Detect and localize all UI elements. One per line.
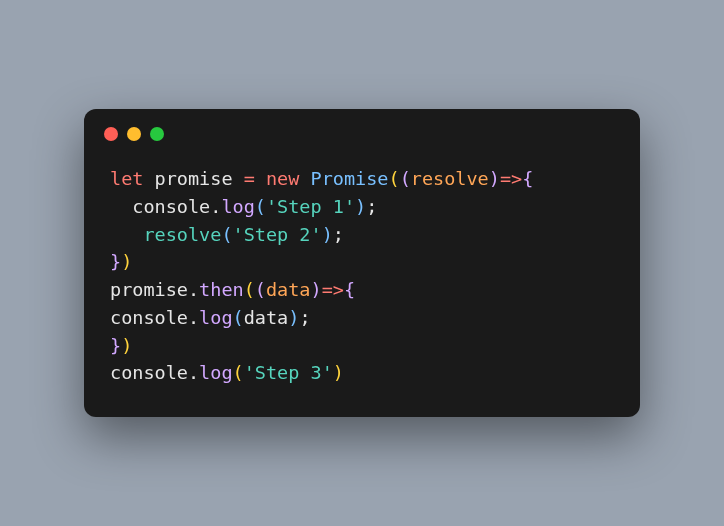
code-block: let promise = new Promise((resolve)=>{ c… xyxy=(84,147,640,417)
paren: ( xyxy=(255,279,266,300)
code-line: console.log('Step 1'); xyxy=(110,196,377,217)
code-line: let promise = new Promise((resolve)=>{ xyxy=(110,168,533,189)
identifier-data: data xyxy=(244,307,289,328)
paren: ( xyxy=(255,196,266,217)
method-then: then xyxy=(199,279,244,300)
keyword-new: new xyxy=(266,168,299,189)
close-icon[interactable] xyxy=(104,127,118,141)
code-line: console.log('Step 3') xyxy=(110,362,344,383)
paren: ) xyxy=(333,362,344,383)
code-window: let promise = new Promise((resolve)=>{ c… xyxy=(84,109,640,417)
method-log: log xyxy=(199,362,232,383)
semicolon: ; xyxy=(333,224,344,245)
string-literal: 'Step 2' xyxy=(233,224,322,245)
method-log: log xyxy=(199,307,232,328)
operator-arrow: => xyxy=(500,168,522,189)
paren: ) xyxy=(355,196,366,217)
operator-arrow: => xyxy=(322,279,344,300)
paren: ) xyxy=(121,251,132,272)
paren: ( xyxy=(221,224,232,245)
semicolon: ; xyxy=(366,196,377,217)
call-resolve: resolve xyxy=(143,224,221,245)
code-line: resolve('Step 2'); xyxy=(110,224,344,245)
paren: ( xyxy=(244,279,255,300)
brace: } xyxy=(110,335,121,356)
param-resolve: resolve xyxy=(411,168,489,189)
code-line: promise.then((data)=>{ xyxy=(110,279,355,300)
string-literal: 'Step 3' xyxy=(244,362,333,383)
operator-assign: = xyxy=(244,168,255,189)
minimize-icon[interactable] xyxy=(127,127,141,141)
paren: ( xyxy=(233,362,244,383)
identifier-console: console xyxy=(110,362,188,383)
paren: ( xyxy=(233,307,244,328)
identifier-promise: promise xyxy=(155,168,233,189)
paren: ) xyxy=(489,168,500,189)
method-log: log xyxy=(221,196,254,217)
zoom-icon[interactable] xyxy=(150,127,164,141)
semicolon: ; xyxy=(299,307,310,328)
param-data: data xyxy=(266,279,311,300)
dot: . xyxy=(188,307,199,328)
identifier-promise: promise xyxy=(110,279,188,300)
brace: { xyxy=(344,279,355,300)
dot: . xyxy=(188,279,199,300)
string-literal: 'Step 1' xyxy=(266,196,355,217)
paren: ) xyxy=(311,279,322,300)
dot: . xyxy=(188,362,199,383)
code-line: }) xyxy=(110,335,132,356)
paren: ( xyxy=(388,168,399,189)
dot: . xyxy=(210,196,221,217)
paren: ) xyxy=(322,224,333,245)
class-promise: Promise xyxy=(311,168,389,189)
paren: ) xyxy=(121,335,132,356)
window-titlebar xyxy=(84,109,640,147)
paren: ( xyxy=(400,168,411,189)
identifier-console: console xyxy=(110,307,188,328)
brace: } xyxy=(110,251,121,272)
keyword-let: let xyxy=(110,168,143,189)
identifier-console: console xyxy=(132,196,210,217)
code-line: }) xyxy=(110,251,132,272)
code-line: console.log(data); xyxy=(110,307,311,328)
paren: ) xyxy=(288,307,299,328)
brace: { xyxy=(522,168,533,189)
